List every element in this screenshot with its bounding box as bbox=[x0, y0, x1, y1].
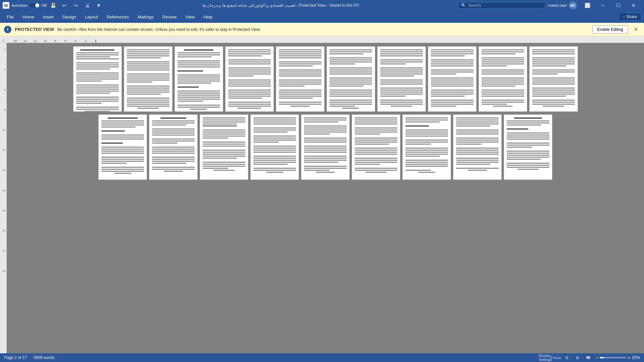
zoom-slider-fill bbox=[600, 357, 604, 358]
user-area: mahdi ziaei MZ bbox=[548, 1, 577, 9]
page-content bbox=[73, 47, 121, 111]
word-count: 5859 words bbox=[34, 355, 54, 360]
zoom-out-button[interactable]: − bbox=[596, 355, 598, 360]
zoom-percent: 20% bbox=[632, 355, 640, 360]
page-content bbox=[251, 115, 299, 179]
enable-editing-button[interactable]: Enable Editing bbox=[592, 25, 628, 34]
menu-help[interactable]: Help bbox=[199, 13, 216, 21]
menu-design[interactable]: Design bbox=[58, 13, 80, 21]
customize-button[interactable]: ▼ bbox=[94, 1, 103, 9]
ruler-numbers: 18 14 12 10 8 6 4 2 2 bbox=[10, 39, 101, 43]
protected-message: Be careful—files from the Internet can c… bbox=[57, 27, 589, 32]
title-bar-left: W AutoSave Off 💾 ↩ ↪ 🖨 ▼ bbox=[3, 1, 103, 9]
share-icon: ↑ bbox=[623, 14, 625, 19]
page-thumb[interactable] bbox=[250, 114, 299, 180]
page-thumb[interactable] bbox=[200, 114, 248, 180]
menu-file[interactable]: File bbox=[3, 13, 18, 21]
ruler: ⊥ 18 14 12 10 8 6 4 2 2 bbox=[0, 36, 644, 43]
ruler-num: 2 bbox=[81, 39, 91, 43]
left-ruler: 2 4 6 8 10 12 14 16 18 20 22 26 bbox=[0, 43, 7, 353]
minimize-button[interactable]: ─ bbox=[595, 0, 610, 11]
pages-row-1 bbox=[10, 46, 641, 112]
display-settings-button[interactable]: Display Settings bbox=[542, 355, 549, 360]
page-thumb[interactable] bbox=[175, 46, 223, 112]
page-thumb[interactable] bbox=[225, 46, 274, 112]
menu-view[interactable]: View bbox=[181, 13, 199, 21]
close-protected-bar-button[interactable]: ✕ bbox=[632, 25, 640, 33]
read-mode-button[interactable]: 📖 bbox=[585, 355, 592, 360]
page-thumb[interactable] bbox=[453, 114, 502, 180]
page-thumb[interactable] bbox=[149, 114, 198, 180]
ruler-num: 10 bbox=[40, 39, 50, 43]
page-thumb[interactable] bbox=[73, 46, 122, 112]
main-area: 2 4 6 8 10 12 14 16 18 20 22 26 bbox=[0, 43, 644, 353]
page-thumb[interactable] bbox=[504, 114, 552, 180]
page-info: Page 2 of 17 bbox=[4, 355, 27, 360]
autosave-area: AutoSave Off bbox=[11, 3, 46, 8]
search-box[interactable]: 🔍 bbox=[458, 2, 545, 9]
share-button[interactable]: ↑ Share bbox=[618, 13, 641, 21]
protected-title: PROTECTED VIEW bbox=[15, 27, 54, 32]
title-bar-right: 🔍 mahdi ziaei MZ ⬜ ─ ☐ ✕ bbox=[458, 0, 641, 11]
redo-button[interactable]: ↪ bbox=[71, 1, 81, 9]
ruler-num: 12 bbox=[30, 39, 40, 43]
page-content bbox=[504, 115, 552, 179]
page-thumb[interactable] bbox=[428, 46, 477, 112]
web-layout-view-button[interactable]: ⊞ bbox=[574, 355, 581, 360]
search-icon: 🔍 bbox=[461, 3, 466, 8]
page-thumb[interactable] bbox=[327, 46, 375, 112]
page-thumb[interactable] bbox=[276, 46, 325, 112]
autosave-state: Off bbox=[42, 3, 46, 7]
username: mahdi ziaei bbox=[548, 3, 567, 7]
ruler-num: 2 bbox=[91, 39, 101, 43]
page-thumb[interactable] bbox=[529, 46, 578, 112]
page-content bbox=[124, 47, 172, 111]
menu-mailings[interactable]: Mailings bbox=[134, 13, 158, 21]
protected-icon: i bbox=[4, 26, 11, 33]
ruler-page-indicator: ⊥ bbox=[2, 38, 5, 42]
protected-view-bar: i PROTECTED VIEW Be careful—files from t… bbox=[0, 23, 644, 36]
page-thumb[interactable] bbox=[124, 46, 172, 112]
document-title: اهمیت اقتصادی و اکولوژیکی شاخه اسفنج ها … bbox=[103, 3, 458, 8]
menu-home[interactable]: Home bbox=[18, 13, 38, 21]
close-button[interactable]: ✕ bbox=[626, 0, 641, 11]
zoom-area: − + 20% bbox=[596, 355, 640, 360]
menu-layout[interactable]: Layout bbox=[81, 13, 102, 21]
page-content bbox=[200, 115, 248, 179]
menu-insert[interactable]: Insert bbox=[39, 13, 58, 21]
page-thumb[interactable] bbox=[301, 114, 350, 180]
page-content bbox=[378, 47, 426, 111]
page-content bbox=[352, 115, 400, 179]
page-content bbox=[149, 115, 197, 179]
search-input[interactable] bbox=[468, 3, 542, 8]
menu-review[interactable]: Review bbox=[158, 13, 181, 21]
menu-references[interactable]: References bbox=[103, 13, 133, 21]
ruler-num: 4 bbox=[70, 39, 81, 43]
ribbon-toggle-button[interactable]: ⬜ bbox=[580, 0, 595, 11]
undo-button[interactable]: ↩ bbox=[60, 1, 69, 9]
status-bar: Page 2 of 17 5859 words Display Settings… bbox=[0, 353, 644, 362]
save-button[interactable]: 💾 bbox=[48, 1, 58, 9]
zoom-slider[interactable] bbox=[600, 357, 627, 358]
autosave-knob bbox=[35, 3, 39, 7]
page-content bbox=[276, 47, 324, 111]
page-thumb[interactable] bbox=[98, 114, 147, 180]
document-area bbox=[7, 43, 644, 353]
page-thumb[interactable] bbox=[479, 46, 527, 112]
zoom-in-button[interactable]: + bbox=[628, 355, 631, 360]
page-thumb[interactable] bbox=[352, 114, 400, 180]
page-thumb[interactable] bbox=[402, 114, 451, 180]
focus-button[interactable]: Focus bbox=[553, 355, 559, 360]
print-button[interactable]: 🖨 bbox=[83, 1, 92, 9]
page-thumb[interactable] bbox=[377, 46, 426, 112]
title-bar: W AutoSave Off 💾 ↩ ↪ 🖨 ▼ اهمیت اقتصادی و… bbox=[0, 0, 644, 11]
maximize-button[interactable]: ☐ bbox=[610, 0, 626, 11]
ruler-num: 8 bbox=[50, 39, 60, 43]
autosave-label: AutoSave bbox=[11, 3, 28, 7]
page-content bbox=[530, 47, 578, 111]
page-content bbox=[301, 115, 349, 179]
print-layout-view-button[interactable]: ☰ bbox=[563, 355, 570, 360]
page-content bbox=[403, 115, 451, 179]
autosave-toggle[interactable] bbox=[29, 3, 40, 8]
page-content bbox=[226, 47, 274, 111]
